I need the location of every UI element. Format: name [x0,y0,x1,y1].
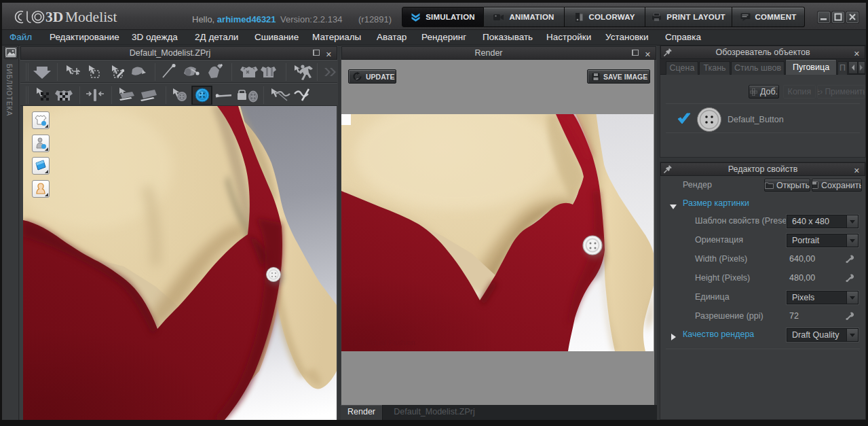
svg-text:3D: 3D [45,9,63,25]
svg-text:Modelist: Modelist [65,9,117,25]
svg-text:CLO Virtual Fashion: CLO Virtual Fashion [348,338,415,347]
